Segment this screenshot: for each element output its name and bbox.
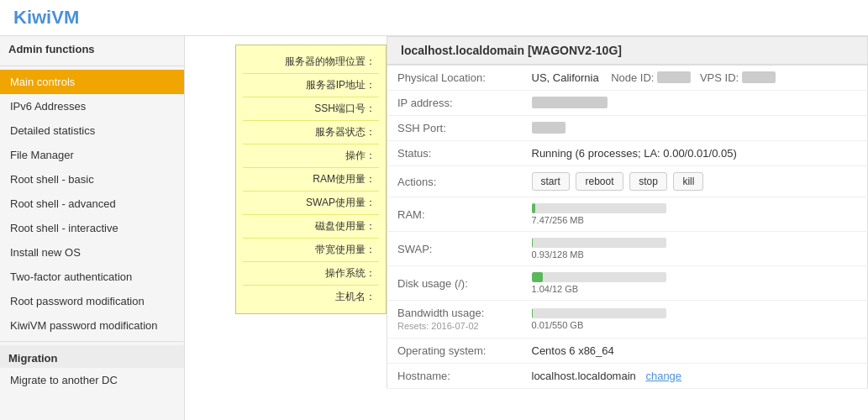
- table-row-status: Status: Running (6 processes; LA: 0.00/0…: [387, 141, 868, 166]
- sidebar-item-ipv6-addresses[interactable]: IPv6 Addresses: [0, 94, 184, 118]
- ip-blurred: [532, 97, 608, 108]
- table-row-bandwidth: Bandwidth usage: Resets: 2016-07-02 0.01…: [387, 301, 868, 339]
- value-disk: 1.04/12 GB: [522, 266, 868, 301]
- disk-progress-label: 1.04/12 GB: [532, 284, 858, 294]
- value-ram: 7.47/256 MB: [522, 197, 868, 232]
- swap-progress-label: 0.93/128 MB: [532, 249, 858, 260]
- label-location: Physical Location:: [387, 66, 522, 91]
- sidebar-item-root-password-mod[interactable]: Root password modification: [0, 289, 184, 313]
- sidebar-item-main-controls[interactable]: Main controls: [0, 70, 184, 94]
- sidebar-item-root-shell-advanced[interactable]: Root shell - advanced: [0, 192, 184, 216]
- migration-section-label: Migration: [0, 345, 184, 368]
- table-row-hostname: Hostname: localhost.localdomain change: [387, 364, 868, 389]
- tooltip-row-4: 操作：: [243, 144, 379, 168]
- value-ip: [522, 91, 868, 116]
- bandwidth-progress-fill: [532, 308, 534, 318]
- panel-title: localhost.localdomain [WAGONV2-10G]: [387, 36, 868, 65]
- change-hostname-link[interactable]: change: [645, 370, 681, 382]
- ssh-port-blurred: [532, 122, 566, 134]
- sidebar-item-migrate-to-dc[interactable]: Migrate to another DC: [0, 368, 184, 392]
- table-row-actions: Actions: start reboot stop kill: [387, 166, 868, 197]
- tooltip-row-1: 服务器IP地址：: [243, 74, 379, 97]
- label-ram: RAM:: [387, 197, 522, 232]
- tooltip-row-5: RAM使用量：: [243, 168, 379, 192]
- header: KiwiVM: [0, 0, 868, 36]
- table-row-os: Operating system: Centos 6 x86_64: [387, 339, 868, 364]
- swap-progress-fill: [532, 238, 533, 248]
- label-actions: Actions:: [387, 166, 522, 197]
- disk-progress-fill: [532, 272, 544, 282]
- value-swap: 0.93/128 MB: [522, 232, 868, 266]
- info-table: Physical Location: US, California Node I…: [387, 65, 868, 389]
- sidebar-item-detailed-statistics[interactable]: Detailed statistics: [0, 118, 184, 143]
- bandwidth-progress-label: 0.01/550 GB: [532, 320, 858, 330]
- sidebar: Admin functions Main controls IPv6 Addre…: [0, 36, 185, 420]
- bandwidth-sublabel: Resets: 2016-07-02: [397, 321, 479, 331]
- tooltip-row-2: SSH端口号：: [243, 97, 379, 121]
- tooltip-row-0: 服务器的物理位置：: [243, 50, 379, 74]
- tooltip-row-3: 服务器状态：: [243, 121, 379, 144]
- tooltip-row-7: 磁盘使用量：: [243, 215, 379, 239]
- main-panel: localhost.localdomain [WAGONV2-10G] Phys…: [387, 36, 868, 389]
- sidebar-item-root-shell-interactive[interactable]: Root shell - interactive: [0, 216, 184, 240]
- ram-progress-label: 7.47/256 MB: [532, 215, 858, 225]
- start-button[interactable]: start: [532, 172, 570, 191]
- tooltip-row-6: SWAP使用量：: [243, 192, 379, 215]
- value-bandwidth: 0.01/550 GB: [522, 301, 868, 339]
- tooltip-row-10: 主机名：: [243, 286, 379, 308]
- stop-button[interactable]: stop: [629, 172, 667, 191]
- value-status: Running (6 processes; LA: 0.00/0.01/0.05…: [522, 141, 868, 166]
- main-content: 服务器的物理位置： 服务器IP地址： SSH端口号： 服务器状态： 操作： RA…: [185, 36, 868, 420]
- value-ssh: [522, 116, 868, 141]
- disk-progress-bg: [532, 272, 666, 282]
- tooltip-row-8: 带宽使用量：: [243, 239, 379, 262]
- kill-button[interactable]: kill: [673, 172, 703, 191]
- ram-progress-fill: [532, 203, 536, 213]
- sidebar-item-file-manager[interactable]: File Manager: [0, 143, 184, 167]
- value-os: Centos 6 x86_64: [522, 339, 868, 364]
- label-swap: SWAP:: [387, 232, 522, 266]
- label-hostname: Hostname:: [387, 364, 522, 389]
- label-os: Operating system:: [387, 339, 522, 364]
- sidebar-item-kiwivm-password-mod[interactable]: KiwiVM password modification: [0, 313, 184, 338]
- table-row-location: Physical Location: US, California Node I…: [387, 66, 868, 91]
- value-actions: start reboot stop kill: [522, 166, 868, 197]
- value-hostname: localhost.localdomain change: [522, 364, 868, 389]
- tooltip-overlay: 服务器的物理位置： 服务器IP地址： SSH端口号： 服务器状态： 操作： RA…: [235, 45, 387, 314]
- label-ssh: SSH Port:: [387, 116, 522, 141]
- bandwidth-progress-bg: [532, 308, 666, 318]
- label-disk: Disk usage (/):: [387, 266, 522, 301]
- vps-id-blurred: [742, 71, 776, 83]
- table-row-ram: RAM: 7.47/256 MB: [387, 197, 868, 232]
- swap-progress-bg: [532, 238, 666, 248]
- logo: KiwiVM: [13, 7, 79, 29]
- node-id-blurred: [657, 71, 691, 83]
- label-bandwidth: Bandwidth usage: Resets: 2016-07-02: [387, 301, 522, 339]
- table-row-disk: Disk usage (/): 1.04/12 GB: [387, 266, 868, 301]
- table-row-swap: SWAP: 0.93/128 MB: [387, 232, 868, 266]
- table-row-ip: IP address:: [387, 91, 868, 116]
- tooltip-row-9: 操作系统：: [243, 262, 379, 286]
- reboot-button[interactable]: reboot: [576, 172, 623, 191]
- sidebar-item-root-shell-basic[interactable]: Root shell - basic: [0, 167, 184, 192]
- ram-progress-bg: [532, 203, 666, 213]
- label-ip: IP address:: [387, 91, 522, 116]
- sidebar-item-two-factor-auth[interactable]: Two-factor authentication: [0, 265, 184, 289]
- sidebar-item-install-new-os[interactable]: Install new OS: [0, 240, 184, 265]
- value-location: US, California Node ID: VPS ID:: [522, 66, 868, 91]
- table-row-ssh: SSH Port:: [387, 116, 868, 141]
- admin-functions-label: Admin functions: [0, 36, 184, 62]
- label-status: Status:: [387, 141, 522, 166]
